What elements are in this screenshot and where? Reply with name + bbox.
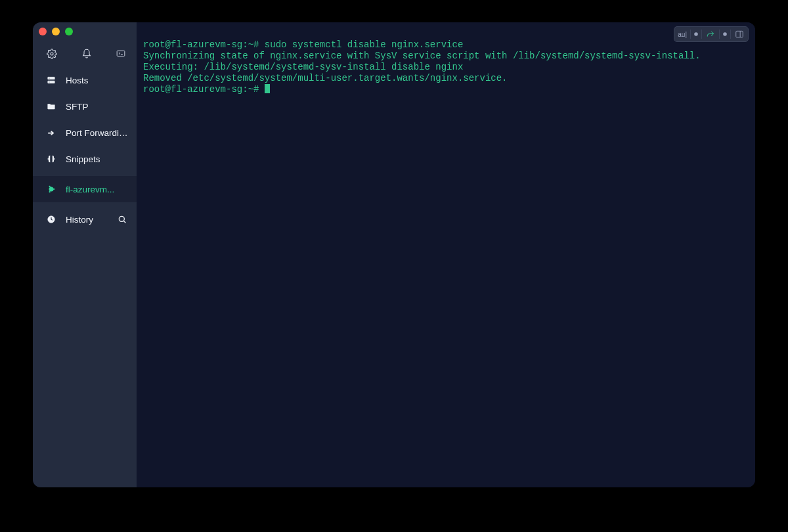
sidebar-item-history[interactable]: History — [33, 206, 137, 233]
svg-point-0 — [51, 53, 53, 55]
terminal-toolbar: au| — [674, 26, 749, 42]
terminal-line: Synchronizing state of nginx.service wit… — [143, 51, 701, 61]
svg-point-11 — [119, 216, 124, 221]
terminal-pane[interactable]: au| root@fl-azurevm-sg:~# sudo systemctl… — [137, 22, 755, 487]
sidebar-icon-row — [33, 41, 137, 67]
toolbar-dot-2-icon[interactable] — [723, 27, 727, 41]
history-icon — [46, 214, 56, 225]
sidebar-item-sftp[interactable]: SFTP — [33, 93, 137, 120]
toolbar-badge[interactable]: au| — [678, 27, 687, 41]
settings-icon[interactable] — [46, 48, 58, 60]
share-icon[interactable] — [705, 27, 716, 41]
new-terminal-icon[interactable] — [115, 48, 127, 60]
terminal-line: Removed /etc/systemd/system/multi-user.t… — [143, 73, 508, 83]
sidebar-item-snippets[interactable]: Snippets — [33, 146, 137, 172]
svg-point-6 — [49, 187, 53, 191]
close-window-button[interactable] — [39, 28, 47, 35]
maximize-window-button[interactable] — [65, 28, 73, 35]
svg-point-12 — [695, 33, 697, 35]
terminal-output[interactable]: root@fl-azurevm-sg:~# sudo systemctl dis… — [137, 22, 755, 102]
sidebar-item-port-forwarding[interactable]: Port Forwarding — [33, 120, 137, 146]
hosts-icon — [46, 75, 56, 85]
svg-rect-14 — [736, 31, 743, 37]
snippets-icon — [46, 154, 56, 164]
svg-point-7 — [53, 188, 55, 190]
sidebar-item-hosts[interactable]: Hosts — [33, 67, 137, 93]
sidebar-item-label: Hosts — [66, 76, 89, 85]
notifications-icon[interactable] — [81, 48, 93, 60]
folder-icon — [46, 101, 56, 112]
svg-point-9 — [49, 191, 51, 192]
ubuntu-icon — [46, 184, 56, 194]
app-window: Hosts SFTP Port Forwarding Snippets — [33, 22, 755, 487]
search-history-icon[interactable] — [117, 214, 127, 225]
port-forwarding-icon — [46, 127, 56, 138]
sidebar-nav: Hosts SFTP Port Forwarding Snippets — [33, 67, 137, 233]
svg-point-13 — [724, 33, 726, 35]
sidebar-item-label: SFTP — [66, 102, 89, 112]
sidebar-item-session[interactable]: fl-azurevm... — [33, 176, 137, 202]
terminal-line: root@fl-azurevm-sg:~# sudo systemctl dis… — [143, 39, 463, 50]
split-pane-icon[interactable] — [734, 27, 745, 41]
sidebar-item-label: Port Forwarding — [66, 128, 128, 138]
minimize-window-button[interactable] — [52, 28, 60, 35]
sidebar-item-label: Snippets — [66, 154, 100, 164]
sidebar: Hosts SFTP Port Forwarding Snippets — [33, 22, 137, 487]
terminal-line: root@fl-azurevm-sg:~# — [143, 84, 265, 95]
sidebar-item-label: History — [66, 215, 93, 225]
svg-point-4 — [49, 78, 50, 79]
svg-point-5 — [49, 81, 50, 82]
toolbar-dot-icon[interactable] — [694, 27, 698, 41]
sidebar-item-label: fl-azurevm... — [66, 185, 114, 194]
svg-point-8 — [49, 186, 51, 187]
terminal-cursor — [265, 84, 270, 93]
terminal-line: Executing: /lib/systemd/systemd-sysv-ins… — [143, 62, 463, 72]
window-controls — [33, 22, 137, 41]
svg-rect-1 — [117, 51, 125, 56]
